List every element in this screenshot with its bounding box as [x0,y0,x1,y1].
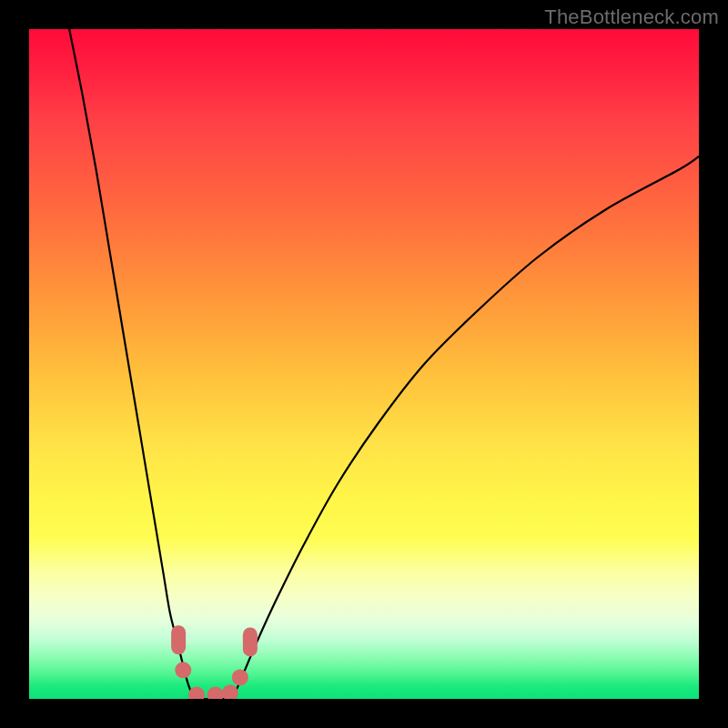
plot-area [29,29,699,699]
data-marker [175,662,191,678]
data-marker [222,684,238,699]
data-marker [232,669,248,685]
data-marker [207,687,224,699]
threshold-marker [243,627,258,656]
threshold-marker [171,625,186,654]
curve-layer [29,29,699,699]
watermark-text: TheBottleneck.com [544,5,719,29]
curve-right [230,157,699,699]
data-marker [188,687,205,699]
chart-frame: TheBottleneck.com [0,0,728,728]
marker-group [171,625,258,699]
curve-left [69,29,197,699]
